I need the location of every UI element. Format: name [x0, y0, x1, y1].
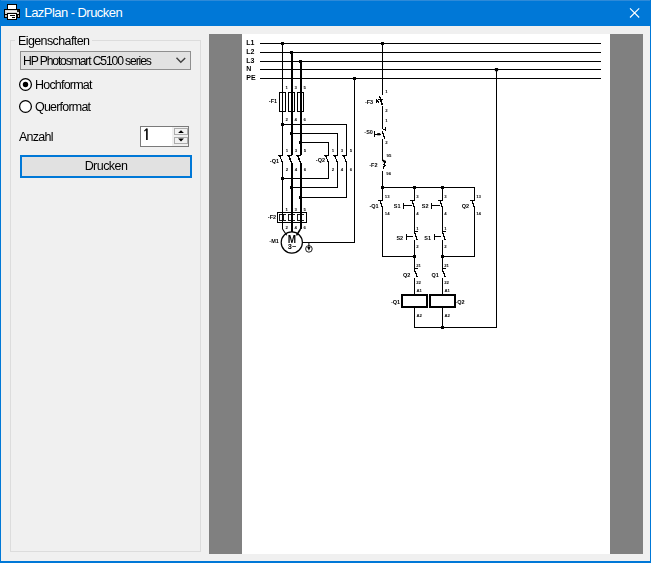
svg-text:21: 21	[444, 263, 449, 268]
svg-text:2: 2	[286, 225, 289, 230]
svg-text:14: 14	[476, 211, 481, 216]
svg-text:4: 4	[416, 211, 419, 216]
svg-text:21: 21	[416, 263, 421, 268]
svg-text:3: 3	[295, 85, 298, 90]
svg-text:1: 1	[385, 118, 388, 123]
svg-text:A1: A1	[444, 288, 450, 293]
svg-text:-S0: -S0	[364, 129, 373, 135]
svg-text:S1: S1	[394, 203, 401, 209]
svg-text:-Q1: -Q1	[270, 158, 279, 164]
svg-text:3: 3	[295, 148, 298, 153]
svg-text:6: 6	[304, 117, 307, 122]
svg-text:13: 13	[476, 194, 481, 199]
svg-text:2: 2	[332, 167, 335, 172]
svg-text:3: 3	[444, 194, 447, 199]
svg-text:2: 2	[286, 167, 289, 172]
svg-text:3~: 3~	[288, 242, 297, 251]
svg-text:1: 1	[286, 207, 289, 212]
svg-text:-F3: -F3	[365, 99, 373, 105]
svg-text:13: 13	[385, 194, 390, 199]
svg-text:-F2: -F2	[268, 214, 276, 220]
svg-text:95: 95	[387, 153, 392, 158]
svg-text:6: 6	[350, 167, 353, 172]
svg-text:5: 5	[350, 148, 353, 153]
svg-text:5: 5	[304, 148, 307, 153]
svg-text:L3: L3	[246, 57, 254, 64]
svg-text:S2: S2	[396, 235, 403, 241]
svg-text:4: 4	[444, 211, 447, 216]
svg-text:1: 1	[416, 226, 419, 231]
svg-text:-F2: -F2	[369, 162, 377, 168]
svg-text:Q2: Q2	[403, 272, 410, 278]
svg-text:2: 2	[385, 140, 388, 145]
svg-text:2: 2	[385, 108, 388, 113]
svg-text:22: 22	[416, 280, 421, 285]
svg-text:L1: L1	[246, 39, 254, 46]
svg-text:-M1: -M1	[269, 238, 278, 244]
svg-text:14: 14	[385, 211, 390, 216]
svg-text:4: 4	[295, 225, 298, 230]
svg-text:-Q2: -Q2	[316, 157, 325, 163]
svg-text:1: 1	[286, 85, 289, 90]
svg-text:4: 4	[295, 117, 298, 122]
svg-text:1: 1	[444, 226, 447, 231]
svg-text:A1: A1	[416, 288, 422, 293]
svg-text:5: 5	[304, 85, 307, 90]
svg-text:S1: S1	[424, 235, 431, 241]
svg-text:PE: PE	[246, 74, 256, 81]
svg-text:6: 6	[304, 167, 307, 172]
svg-text:-Q1: -Q1	[370, 203, 379, 209]
svg-text:2: 2	[444, 244, 447, 249]
svg-text:2: 2	[286, 117, 289, 122]
svg-text:1: 1	[385, 89, 388, 94]
svg-text:3: 3	[341, 148, 344, 153]
svg-text:22: 22	[444, 280, 449, 285]
svg-text:S2: S2	[422, 203, 429, 209]
svg-text:N: N	[246, 65, 251, 72]
svg-text:3: 3	[295, 207, 298, 212]
svg-text:2: 2	[416, 244, 419, 249]
svg-text:6: 6	[304, 225, 307, 230]
svg-text:-Q1: -Q1	[391, 299, 400, 305]
svg-text:4: 4	[295, 167, 298, 172]
svg-text:1: 1	[286, 148, 289, 153]
svg-text:L2: L2	[246, 48, 254, 55]
svg-text:3: 3	[416, 194, 419, 199]
svg-text:A2: A2	[416, 313, 422, 318]
svg-text:A2: A2	[444, 313, 450, 318]
svg-text:4: 4	[341, 167, 344, 172]
svg-text:1: 1	[332, 148, 335, 153]
svg-text:Q2: Q2	[462, 203, 469, 209]
svg-text:-Q2: -Q2	[455, 299, 464, 305]
svg-text:-F1: -F1	[269, 98, 277, 104]
svg-text:Q1: Q1	[431, 272, 438, 278]
svg-text:96: 96	[386, 171, 391, 176]
svg-text:5: 5	[304, 207, 307, 212]
